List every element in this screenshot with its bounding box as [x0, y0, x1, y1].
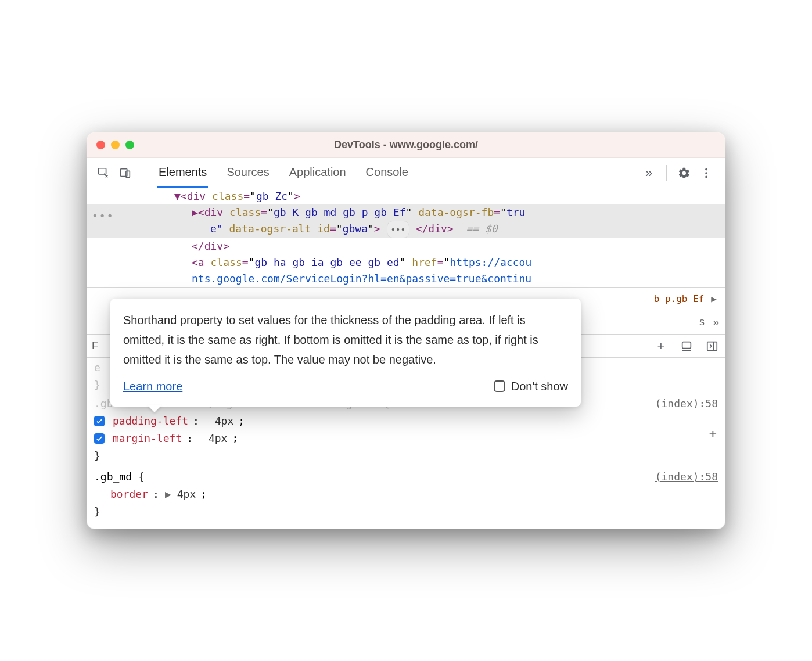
settings-icon[interactable]	[676, 165, 692, 181]
collapsed-content-icon[interactable]: •••	[387, 221, 409, 238]
rule-selector[interactable]: .gb_md {	[94, 470, 145, 483]
toggle-declaration-checkbox[interactable]	[94, 433, 105, 444]
css-declaration[interactable]: margin-left: 4px;	[94, 430, 718, 447]
source-link[interactable]: (index):58	[655, 468, 718, 486]
brace: }	[94, 447, 718, 465]
window-controls	[96, 141, 134, 149]
toggle-declaration-checkbox[interactable]	[94, 416, 105, 426]
new-style-plus-icon[interactable]: +	[653, 338, 669, 354]
dont-show-label: Don't show	[511, 376, 568, 396]
learn-more-link[interactable]: Learn more	[123, 376, 182, 396]
inspect-icon[interactable]	[95, 165, 112, 181]
tab-console[interactable]: Console	[365, 159, 409, 188]
svg-rect-6	[682, 342, 691, 348]
breadcrumb-item[interactable]: b_p.gb_Ef	[654, 293, 705, 304]
svg-point-3	[705, 168, 707, 170]
dom-node[interactable]: </div>	[87, 238, 725, 254]
separator	[666, 165, 667, 181]
devtools-window: DevTools - www.google.com/ Elements Sour…	[87, 132, 725, 529]
dom-node[interactable]: <a class="gb_ha gb_ia gb_ee gb_ed" href=…	[87, 254, 725, 271]
svg-rect-0	[99, 168, 106, 174]
computed-styles-icon[interactable]	[678, 338, 695, 354]
close-window-button[interactable]	[96, 141, 105, 149]
tooltip-text: Shorthand property to set values for the…	[123, 310, 568, 369]
dom-tree[interactable]: ▼<div class="gb_Zc"> ••• ▶<div class="gb…	[87, 188, 725, 287]
chevron-right-icon[interactable]: ▶	[711, 293, 717, 304]
subtabs-overflow-icon[interactable]: »	[713, 315, 719, 329]
separator	[143, 165, 143, 181]
tab-elements[interactable]: Elements	[157, 159, 208, 188]
brace: }	[94, 503, 718, 520]
source-link[interactable]: (index):58	[655, 395, 718, 412]
dom-node-selected[interactable]: ••• ▶<div class="gb_K gb_md gb_p gb_Ef" …	[87, 204, 725, 238]
insert-rule-plus-icon[interactable]: +	[709, 425, 717, 443]
maximize-window-button[interactable]	[125, 141, 134, 149]
expand-shorthand-icon[interactable]: ▶	[165, 486, 171, 503]
titlebar: DevTools - www.google.com/	[87, 132, 725, 158]
css-declaration[interactable]: border: ▶ 4px;	[94, 486, 718, 503]
dom-node[interactable]: nts.google.com/ServiceLogin?hl=en&passiv…	[87, 271, 725, 287]
filter-fragment: F	[92, 340, 98, 352]
devtools-toolbar: Elements Sources Application Console »	[87, 158, 725, 188]
dont-show-checkbox[interactable]	[494, 380, 505, 392]
css-property-tooltip: Shorthand property to set values for the…	[110, 299, 581, 407]
kebab-menu-icon[interactable]	[698, 165, 714, 181]
svg-point-5	[705, 175, 707, 178]
tab-sources[interactable]: Sources	[225, 159, 270, 188]
minimize-window-button[interactable]	[111, 141, 120, 149]
ellipsis-icon[interactable]: •••	[92, 208, 114, 224]
svg-point-4	[705, 172, 707, 174]
tooltip-tail-icon	[148, 405, 161, 412]
window-title: DevTools - www.google.com/	[87, 139, 725, 151]
tab-application[interactable]: Application	[288, 159, 347, 188]
device-toggle-icon[interactable]	[117, 165, 134, 181]
dom-node[interactable]: ▼<div class="gb_Zc">	[87, 188, 725, 204]
tabs-overflow-icon[interactable]: »	[641, 165, 657, 181]
svg-rect-7	[707, 342, 717, 350]
subtab-fragment[interactable]: s	[699, 316, 705, 328]
css-declaration[interactable]: padding-left: 4px;	[94, 412, 718, 430]
toggle-sidebar-icon[interactable]	[704, 338, 720, 354]
main-tabs: Elements Sources Application Console	[157, 159, 409, 188]
